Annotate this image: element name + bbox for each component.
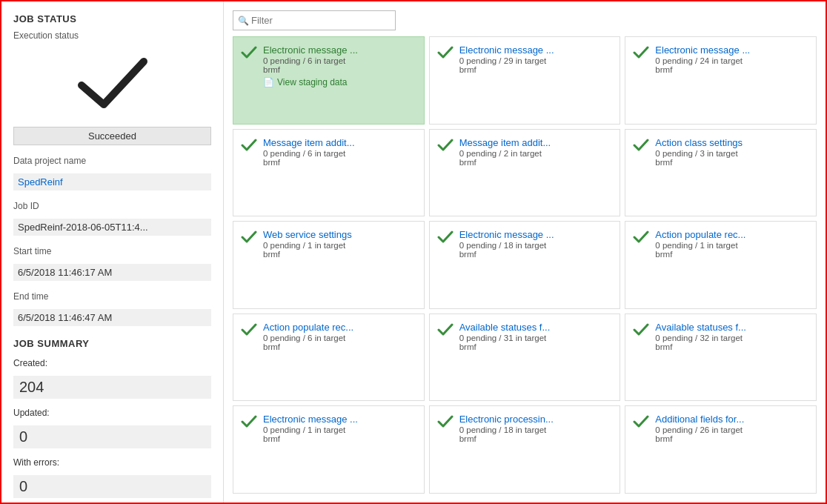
- card-detail: 0 pending / 29 in target: [459, 56, 613, 65]
- errors-value: 0: [13, 475, 211, 498]
- card-title: Electronic processin...: [459, 414, 613, 425]
- card-detail: 0 pending / 32 in target: [655, 334, 808, 342]
- card-content: Electronic message ...0 pending / 24 in …: [655, 44, 808, 74]
- card-check-icon: [633, 323, 649, 339]
- data-project-value: SpedReinf: [13, 173, 211, 190]
- card-tag: brmf: [263, 65, 416, 74]
- errors-label: With errors:: [13, 457, 211, 468]
- card-tag: brmf: [459, 65, 613, 74]
- app-window: JOB STATUS Execution status Succeeded Da…: [0, 0, 827, 504]
- updated-value: 0: [13, 425, 211, 448]
- created-label: Created:: [13, 358, 211, 368]
- end-time-value: 6/5/2018 11:46:47 AM: [13, 309, 211, 326]
- card-tag: brmf: [655, 250, 808, 259]
- card-title: Additional fields for...: [655, 414, 808, 425]
- card-item: Additional fields for...0 pending / 26 i…: [625, 405, 817, 494]
- card-tag: brmf: [459, 342, 613, 351]
- card-check-icon: [633, 46, 649, 62]
- card-item: Message item addit...0 pending / 6 in ta…: [233, 129, 425, 217]
- end-time-label: End time: [13, 291, 211, 302]
- card-detail: 0 pending / 31 in target: [459, 334, 613, 342]
- card-tag: brmf: [655, 65, 808, 74]
- card-item: Electronic message ...0 pending / 18 in …: [429, 221, 621, 309]
- execution-status-label: Execution status: [13, 30, 211, 41]
- cards-grid: Electronic message ...0 pending / 6 in t…: [233, 36, 817, 494]
- card-content: Action class settings0 pending / 3 in ta…: [655, 137, 808, 167]
- status-badge: Succeeded: [13, 127, 211, 145]
- start-time-value: 6/5/2018 11:46:17 AM: [13, 264, 211, 281]
- card-title[interactable]: Electronic message ...: [263, 44, 416, 56]
- card-detail: 0 pending / 1 in target: [263, 425, 416, 434]
- filter-input[interactable]: [233, 10, 396, 30]
- card-title: Message item addit...: [459, 137, 613, 148]
- card-check-icon: [241, 46, 257, 62]
- card-content: Electronic message ...0 pending / 1 in t…: [263, 414, 416, 443]
- document-icon: 📄: [263, 77, 274, 87]
- card-detail: 0 pending / 6 in target: [263, 56, 416, 65]
- card-title: Web service settings: [263, 229, 416, 240]
- card-tag: brmf: [263, 342, 416, 351]
- view-staging-link[interactable]: 📄 View staging data: [263, 77, 416, 87]
- card-check-icon: [437, 415, 454, 431]
- card-title: Electronic message ...: [459, 229, 613, 240]
- card-title: Available statuses f...: [459, 322, 613, 333]
- card-item: Available statuses f...0 pending / 31 in…: [429, 314, 621, 402]
- card-item: Electronic message ...0 pending / 29 in …: [429, 36, 621, 125]
- card-item: Action populate rec...0 pending / 6 in t…: [233, 314, 425, 402]
- job-status-title: JOB STATUS: [13, 13, 211, 24]
- card-detail: 0 pending / 18 in target: [459, 241, 613, 250]
- card-item: Electronic processin...0 pending / 18 in…: [429, 405, 621, 494]
- card-item: Action populate rec...0 pending / 1 in t…: [625, 221, 817, 309]
- card-item: Web service settings0 pending / 1 in tar…: [233, 221, 425, 309]
- job-id-value: SpedReinf-2018-06-05T11:4...: [13, 219, 211, 236]
- created-value: 204: [13, 376, 211, 399]
- card-detail: 0 pending / 6 in target: [263, 149, 416, 158]
- left-panel: JOB STATUS Execution status Succeeded Da…: [1, 1, 224, 503]
- card-title: Action class settings: [655, 137, 808, 148]
- card-item: Electronic message ...0 pending / 1 in t…: [233, 405, 425, 494]
- card-content: Electronic message ...0 pending / 29 in …: [459, 44, 613, 74]
- card-content: Available statuses f...0 pending / 32 in…: [655, 322, 808, 351]
- card-tag: brmf: [655, 158, 808, 167]
- card-item: Electronic message ...0 pending / 6 in t…: [233, 36, 425, 125]
- card-title: Message item addit...: [263, 137, 416, 148]
- card-content: Additional fields for...0 pending / 26 i…: [655, 414, 808, 443]
- card-item: Message item addit...0 pending / 2 in ta…: [429, 129, 621, 217]
- card-detail: 0 pending / 18 in target: [459, 425, 613, 434]
- card-check-icon: [633, 231, 649, 246]
- card-check-icon: [437, 139, 454, 154]
- card-item: Action class settings0 pending / 3 in ta…: [625, 129, 817, 217]
- card-detail: 0 pending / 1 in target: [263, 241, 416, 250]
- card-content: Electronic message ...0 pending / 6 in t…: [263, 44, 416, 87]
- card-title: Available statuses f...: [655, 322, 808, 333]
- card-tag: brmf: [263, 250, 416, 259]
- card-item: Available statuses f...0 pending / 32 in…: [625, 314, 817, 402]
- card-tag: brmf: [655, 342, 808, 351]
- card-tag: brmf: [263, 434, 416, 443]
- card-content: Action populate rec...0 pending / 1 in t…: [655, 229, 808, 259]
- card-tag: brmf: [655, 434, 808, 443]
- card-check-icon: [241, 415, 257, 431]
- card-content: Available statuses f...0 pending / 31 in…: [459, 322, 613, 351]
- card-check-icon: [241, 323, 257, 339]
- card-content: Electronic processin...0 pending / 18 in…: [459, 414, 613, 443]
- card-check-icon: [437, 46, 454, 62]
- card-tag: brmf: [263, 158, 416, 167]
- job-summary-title: JOB SUMMARY: [13, 338, 211, 349]
- right-panel: 🔍 Electronic message ...0 pending / 6 in…: [224, 1, 826, 503]
- start-time-label: Start time: [13, 246, 211, 256]
- updated-label: Updated:: [13, 408, 211, 418]
- card-check-icon: [633, 415, 649, 431]
- job-id-label: Job ID: [13, 201, 211, 211]
- success-checkmark-icon: [76, 54, 150, 113]
- card-title: Electronic message ...: [655, 44, 808, 56]
- card-check-icon: [437, 231, 454, 246]
- card-content: Action populate rec...0 pending / 6 in t…: [263, 322, 416, 351]
- card-detail: 0 pending / 26 in target: [655, 425, 808, 434]
- card-content: Message item addit...0 pending / 2 in ta…: [459, 137, 613, 167]
- card-detail: 0 pending / 1 in target: [655, 241, 808, 250]
- card-check-icon: [241, 139, 257, 154]
- card-detail: 0 pending / 3 in target: [655, 149, 808, 158]
- card-title: Electronic message ...: [459, 44, 613, 56]
- card-title: Action populate rec...: [655, 229, 808, 240]
